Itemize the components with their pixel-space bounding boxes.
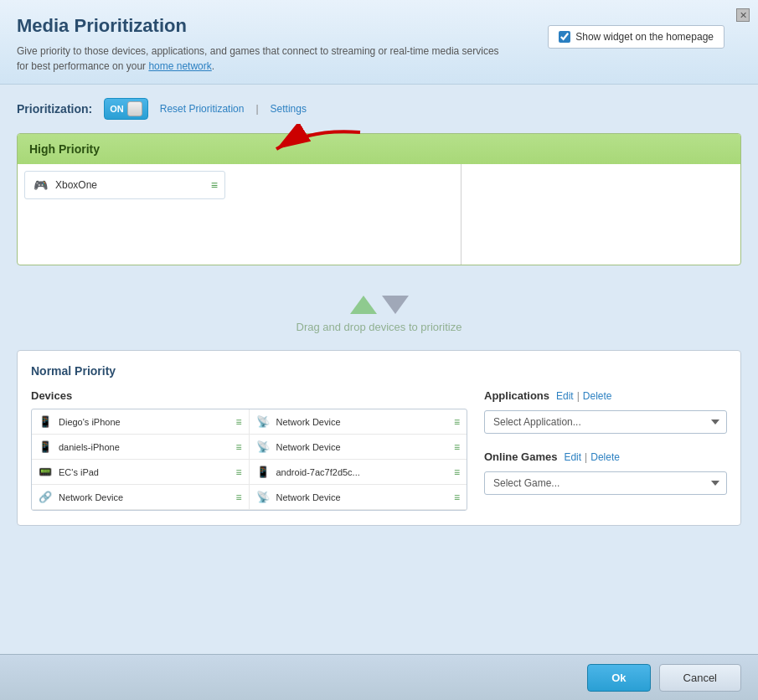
network-icon: 📡 [256, 415, 271, 428]
list-item[interactable]: 🔗 Network Device ≡ [32, 485, 250, 510]
android-icon: 📱 [256, 466, 271, 478]
drag-handle-icon[interactable]: ≡ [454, 466, 460, 478]
devices-panel: Devices 📱 Diego's iPhone ≡ 📡 Netwo [31, 389, 467, 512]
drag-handle-icon[interactable]: ≡ [235, 466, 241, 478]
network-icon-2: 📡 [256, 491, 271, 503]
normal-priority-header: Normal Priority [31, 364, 727, 378]
app-edit-delete: Edit | Delete [556, 390, 612, 402]
list-item[interactable]: 📱 daniels-iPhone ≡ [32, 435, 250, 460]
device-cell-name: Network Device [276, 492, 449, 502]
device-cell-name: Network Device [276, 442, 449, 452]
devices-title: Devices [31, 389, 467, 402]
right-panel: Applications Edit | Delete Select Applic… [484, 389, 727, 512]
games-separator: | [585, 451, 587, 463]
footer-bar: Ok Cancel [0, 654, 758, 700]
device-cell-name: Network Device [59, 492, 230, 502]
title-bar: ✕ Media Prioritization Give priority to … [0, 0, 758, 85]
games-edit-delete: Edit | Delete [564, 451, 620, 463]
device-cell-name: Diego's iPhone [59, 417, 230, 427]
games-select[interactable]: Select Game... Call of Duty Minecraft Fo… [484, 471, 727, 495]
drag-handle-icon[interactable]: ≡ [454, 492, 460, 503]
device-cell-name: daniels-iPhone [59, 442, 230, 452]
widget-checkbox-container: Show widget on the homepage [548, 25, 724, 49]
xbox-drag-handle[interactable]: ≡ [211, 178, 218, 192]
drag-handle-icon[interactable]: ≡ [235, 492, 241, 503]
close-button[interactable]: ✕ [736, 8, 750, 22]
high-priority-header: High Priority [18, 134, 740, 164]
toggle-on-text: ON [110, 104, 124, 114]
network-icon: 📡 [256, 440, 271, 453]
network-device-icon: 🔗 [39, 491, 54, 503]
drag-arrows [350, 296, 409, 314]
online-games-header: Online Games Edit | Delete [484, 450, 727, 463]
high-priority-left: 🎮 XboxOne ≡ [18, 164, 462, 265]
high-priority-section: High Priority 🎮 XboxOne ≡ [17, 133, 741, 265]
list-item[interactable]: 📟 EC's iPad ≡ [32, 460, 250, 485]
prioritization-toggle[interactable]: ON [104, 98, 148, 120]
drag-handle-icon[interactable]: ≡ [235, 441, 241, 453]
games-edit-button[interactable]: Edit [564, 451, 581, 463]
separator: | [255, 103, 258, 115]
normal-body: Devices 📱 Diego's iPhone ≡ 📡 Netwo [31, 389, 727, 512]
app-separator: | [577, 390, 580, 402]
applications-select[interactable]: Select Application... Netflix YouTube Hu… [484, 410, 727, 434]
ok-button[interactable]: Ok [587, 664, 650, 692]
prioritization-row: Prioritization: ON Reset Prioritization … [17, 98, 741, 120]
list-item[interactable]: 📡 Network Device ≡ [250, 485, 467, 510]
content-area: Prioritization: ON Reset Prioritization … [0, 85, 758, 634]
device-cell-name: Network Device [276, 417, 449, 427]
devices-grid-container: 📱 Diego's iPhone ≡ 📡 Network Device ≡ [31, 409, 467, 511]
ipad-icon: 📟 [39, 466, 54, 478]
applications-header: Applications Edit | Delete [484, 389, 727, 402]
widget-checkbox[interactable] [559, 31, 570, 43]
high-priority-body: 🎮 XboxOne ≡ [18, 164, 740, 265]
drag-drop-area: Drag and drop devices to prioritize [17, 279, 741, 350]
prioritization-label: Prioritization: [17, 102, 92, 116]
iphone-icon: 📱 [39, 440, 54, 453]
applications-panel: Applications Edit | Delete Select Applic… [484, 389, 727, 434]
online-games-title: Online Games [484, 450, 557, 463]
normal-priority-section: Normal Priority Devices 📱 Diego's iPhone… [17, 350, 741, 526]
toggle-knob [127, 101, 142, 116]
settings-button[interactable]: Settings [271, 103, 307, 115]
xbox-icon: 🎮 [32, 177, 49, 193]
drag-handle-icon[interactable]: ≡ [454, 441, 460, 453]
applications-edit-button[interactable]: Edit [556, 390, 574, 402]
drag-handle-icon[interactable]: ≡ [235, 416, 241, 428]
list-item[interactable]: 📡 Network Device ≡ [250, 409, 467, 435]
online-games-panel: Online Games Edit | Delete Select Game..… [484, 450, 727, 495]
widget-checkbox-label: Show widget on the homepage [575, 31, 714, 43]
games-delete-button[interactable]: Delete [590, 451, 620, 463]
list-item[interactable]: 📡 Network Device ≡ [250, 435, 467, 460]
main-window: ✕ Media Prioritization Give priority to … [0, 0, 758, 700]
xbox-device-name: XboxOne [55, 179, 204, 191]
arrow-up-icon [350, 296, 377, 314]
high-priority-right [462, 164, 740, 265]
applications-title: Applications [484, 389, 549, 402]
cancel-button[interactable]: Cancel [659, 664, 741, 692]
reset-prioritization-button[interactable]: Reset Prioritization [160, 103, 245, 115]
home-network-link[interactable]: home network [148, 60, 211, 72]
applications-delete-button[interactable]: Delete [583, 390, 612, 402]
drag-drop-text: Drag and drop devices to prioritize [296, 321, 462, 333]
device-cell-name: EC's iPad [59, 467, 230, 477]
devices-grid: 📱 Diego's iPhone ≡ 📡 Network Device ≡ [32, 409, 467, 510]
arrow-down-icon [382, 296, 409, 314]
list-item[interactable]: 📱 Diego's iPhone ≡ [32, 409, 250, 435]
iphone-icon: 📱 [39, 415, 54, 428]
list-item[interactable]: 📱 android-7ac7f2d5c... ≡ [250, 460, 467, 485]
high-priority-device-item[interactable]: 🎮 XboxOne ≡ [24, 171, 225, 199]
device-cell-name: android-7ac7f2d5c... [276, 467, 449, 477]
page-subtitle: Give priority to those devices, applicat… [17, 44, 503, 74]
drag-handle-icon[interactable]: ≡ [454, 416, 460, 428]
